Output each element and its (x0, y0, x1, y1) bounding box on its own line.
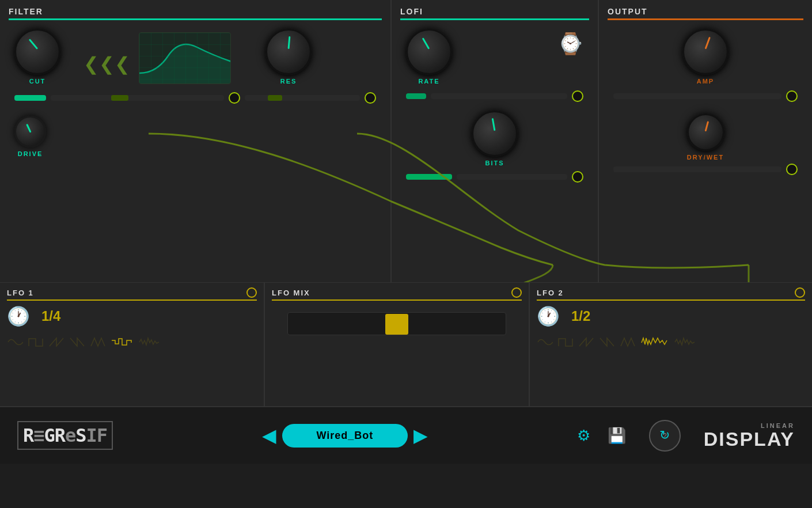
lfo1-rate: 1/4 (41, 308, 60, 324)
lfo2-title: LFO 2 (537, 289, 564, 297)
lfo1-shape-sawdown[interactable] (69, 336, 85, 348)
output-panel: OUTPUT AMP (599, 0, 812, 282)
drive-label: DRIVE (18, 150, 43, 157)
lfo1-shape-square[interactable] (28, 336, 44, 348)
drywet-lfo-handle[interactable] (786, 164, 798, 175)
lfo1-circle-indicator[interactable] (246, 287, 257, 298)
amp-label: AMP (697, 78, 714, 85)
amp-knob-container: AMP (682, 29, 728, 85)
drywet-slider-track[interactable] (613, 166, 781, 172)
bottom-panels: LFO 1 🕐 1/4 (0, 282, 812, 406)
lfo2-shape-random[interactable] (674, 336, 697, 348)
amp-knob[interactable] (682, 29, 728, 75)
lfomix-track[interactable] (287, 312, 506, 335)
lfo2-shape-triangle[interactable] (620, 336, 636, 348)
lofi-panel: LOFI RATE ⌚ (392, 0, 599, 282)
logo-text: R (23, 424, 33, 446)
drive-knob[interactable] (14, 116, 46, 147)
lfo2-panel: LFO 2 🕐 1/2 (530, 282, 812, 406)
lfomix-slider-container (272, 306, 522, 341)
preset-nav: ◀ Wired_Bot ▶ (124, 424, 566, 448)
cut-slider-track2[interactable] (245, 95, 360, 101)
rate-lfo-handle[interactable] (572, 90, 583, 102)
cut-slider-fill (14, 95, 46, 101)
amp-slider-track[interactable] (613, 93, 781, 99)
cut-knob[interactable] (14, 29, 60, 75)
res-knob[interactable] (265, 29, 312, 75)
lfo2-shape-square[interactable] (557, 336, 574, 348)
lfomix-title: LFO MIX (272, 289, 310, 297)
lfomix-circle-indicator[interactable] (511, 287, 522, 298)
footer: R≡GReSIF ◀ Wired_Bot ▶ ⚙ 💾 ↻ ? LINEAR DI… (0, 406, 812, 464)
help-button[interactable]: ↻ ? (649, 420, 681, 452)
main-container: FILTER CUT ❮❮❮ (0, 0, 812, 508)
bits-knob-container: BITS (406, 111, 583, 166)
lfo2-shape-sawup[interactable] (578, 336, 594, 348)
cut-label: CUT (29, 78, 46, 85)
lfo2-shapes-row (537, 327, 805, 348)
cut-slider-thumb2 (268, 95, 282, 101)
lfo1-divider (7, 300, 257, 301)
drywet-label: DRY/WET (687, 154, 724, 161)
lfo2-shape-barnoise[interactable] (640, 336, 669, 348)
waveform-svg (139, 33, 231, 84)
lofi-clock-icon[interactable]: ⌚ (557, 32, 583, 56)
lfo2-shape-sine[interactable] (537, 336, 553, 348)
brand-logo: LINEAR DISPLAY (704, 422, 795, 449)
lfomix-panel: LFO MIX (265, 282, 530, 406)
res-label: RES (280, 78, 297, 85)
lfo1-shapes-row (7, 327, 257, 348)
lfo2-content: 🕐 1/2 (537, 305, 805, 327)
drywet-knob-container: DRY/WET (687, 113, 724, 161)
cut-lfo1-handle[interactable] (229, 92, 240, 104)
lfo1-shape-triangle[interactable] (90, 336, 106, 348)
drywet-knob[interactable] (687, 113, 724, 151)
footer-preset-icons: ⚙ 💾 (577, 427, 626, 445)
lfomix-thumb[interactable] (385, 314, 408, 335)
lofi-title: LOFI (400, 7, 589, 16)
output-divider (608, 18, 803, 20)
rate-slider-track[interactable] (431, 93, 567, 99)
amp-lfo-handle[interactable] (786, 90, 798, 102)
lfo1-content: 🕐 1/4 (7, 305, 257, 327)
bits-lfo-handle[interactable] (572, 171, 583, 183)
lfo1-title: LFO 1 (7, 289, 34, 297)
cut-lfo2-handle[interactable] (365, 92, 376, 104)
bits-label: BITS (485, 160, 504, 166)
rate-label: RATE (418, 78, 439, 85)
brand-bottom: DISPLAY (704, 429, 795, 449)
lfo2-rate: 1/2 (571, 308, 590, 324)
rate-slider-fill (406, 93, 426, 99)
bits-slider-track[interactable] (457, 174, 567, 180)
cut-slider-track[interactable] (51, 95, 224, 101)
lfo1-shape-random[interactable] (138, 336, 161, 348)
preset-next-button[interactable]: ▶ (413, 424, 428, 446)
rate-knob-container: RATE (406, 29, 452, 85)
drive-knob-container: DRIVE (14, 116, 46, 157)
lfo2-circle-indicator[interactable] (795, 287, 805, 298)
filter-divider (9, 18, 382, 20)
settings-icon[interactable]: ⚙ (577, 427, 590, 445)
cut-slider-thumb-inner (111, 95, 128, 101)
preset-prev-button[interactable]: ◀ (262, 424, 276, 446)
lfo1-clock-icon: 🕐 (7, 305, 30, 327)
lfo1-shape-sine[interactable] (7, 336, 23, 348)
lfo2-clock-icon: 🕐 (537, 305, 560, 327)
lfo1-shape-stepped[interactable] (111, 336, 134, 348)
preset-name[interactable]: Wired_Bot (282, 424, 408, 448)
lfo1-shape-sawup[interactable] (48, 336, 64, 348)
cut-knob-container: CUT (14, 29, 60, 85)
res-knob-container: RES (265, 29, 312, 85)
lfomix-divider (272, 300, 522, 301)
waveform-display (139, 32, 231, 84)
rate-knob[interactable] (406, 29, 452, 75)
lfo2-shape-sawdown[interactable] (599, 336, 615, 348)
save-icon[interactable]: 💾 (608, 427, 626, 445)
help-button-container: ↻ ? (649, 420, 681, 452)
lofi-divider (400, 18, 589, 20)
back-arrows[interactable]: ❮❮❮ (84, 53, 130, 75)
lfo1-panel: LFO 1 🕐 1/4 (0, 282, 265, 406)
app-logo: R≡GReSIF (17, 421, 113, 450)
lfo2-divider (537, 300, 805, 301)
bits-knob[interactable] (472, 111, 518, 157)
